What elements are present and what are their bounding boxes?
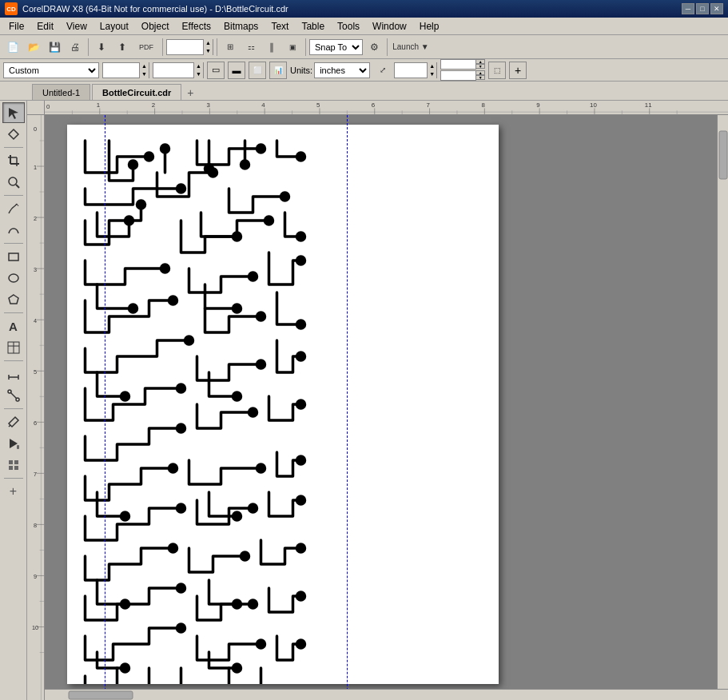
page-resize-button[interactable]: ⬜ [249, 62, 266, 79]
menu-edit[interactable]: Edit [31, 18, 59, 34]
svg-point-138 [205, 165, 213, 173]
rectangle-tool-button[interactable] [2, 246, 25, 267]
guidelines-button[interactable]: ∥ [262, 38, 281, 57]
svg-text:10: 10 [590, 102, 597, 109]
bleed-button[interactable]: 📊 [269, 62, 287, 79]
zoom-down-button[interactable]: ▼ [203, 47, 213, 55]
menu-file[interactable]: File [3, 18, 30, 34]
menu-help[interactable]: Help [414, 18, 445, 34]
svg-text:1: 1 [34, 164, 37, 171]
open-button[interactable]: 📂 [24, 38, 43, 57]
menu-text[interactable]: Text [265, 18, 294, 34]
add-tab-button[interactable]: + [183, 86, 197, 100]
svg-marker-11 [9, 295, 18, 304]
snap-toggle[interactable]: ⊞ [221, 38, 240, 57]
landscape-button[interactable]: ▬ [228, 62, 245, 79]
units-combo[interactable]: inches [314, 62, 370, 78]
snap-to-combo[interactable]: Snap To [309, 39, 363, 55]
ellipse-tool-button[interactable] [2, 268, 25, 288]
import-button[interactable]: ⬇ [92, 38, 111, 57]
zoom-input[interactable]: 75% [167, 40, 203, 54]
menu-bitmaps[interactable]: Bitmaps [218, 18, 264, 34]
menu-object[interactable]: Object [136, 18, 175, 34]
publish-pdf-button[interactable]: PDF [133, 38, 159, 57]
export-button[interactable]: ⬆ [113, 38, 132, 57]
tab-bottle-circuit[interactable]: BottleCircuit.cdr [92, 84, 181, 100]
svg-rect-9 [9, 253, 18, 261]
new-button[interactable]: 📄 [3, 38, 22, 57]
nudge-input[interactable]: 0.01 " [395, 63, 427, 78]
svg-text:4: 4 [34, 317, 37, 324]
svg-point-150 [121, 664, 129, 672]
snap-objects-button[interactable]: ▣ [283, 38, 302, 57]
select-tool-button[interactable] [2, 102, 25, 123]
svg-rect-27 [45, 101, 728, 114]
vertical-scrollbar[interactable] [717, 115, 728, 689]
offset2-down-button[interactable]: ▼ [476, 75, 485, 80]
width-up-button[interactable]: ▲ [139, 62, 149, 70]
offset1-input[interactable]: 0.25 " [440, 59, 476, 70]
offset1-down-button[interactable]: ▼ [476, 64, 485, 69]
svg-text:5: 5 [34, 368, 37, 376]
add-page-button[interactable]: + [509, 62, 527, 79]
menu-layout[interactable]: Layout [94, 18, 134, 34]
height-down-button[interactable]: ▼ [193, 70, 203, 78]
svg-point-119 [249, 408, 257, 416]
scale-button[interactable]: ⬚ [488, 62, 506, 79]
launch-button[interactable]: Launch ▼ [391, 38, 431, 57]
height-up-button[interactable]: ▲ [193, 62, 203, 70]
table-tool-button[interactable] [2, 337, 25, 358]
svg-point-127 [169, 544, 177, 552]
svg-point-128 [241, 552, 249, 560]
svg-point-125 [249, 504, 257, 512]
menu-table[interactable]: Table [296, 18, 330, 34]
print-button[interactable]: 🖨 [66, 38, 85, 57]
close-button[interactable]: ✕ [710, 3, 723, 14]
svg-point-135 [297, 640, 305, 648]
nudge-up-button[interactable]: ▲ [427, 62, 436, 70]
svg-point-100 [177, 185, 185, 193]
maximize-button[interactable]: □ [696, 3, 709, 14]
text-tool-button[interactable]: A [2, 316, 25, 336]
zoom-tool-button[interactable] [2, 172, 25, 193]
freehand-tool-button[interactable] [2, 198, 25, 219]
grid-button[interactable]: ⚏ [241, 38, 261, 57]
addpage-tool-button[interactable]: + [2, 481, 25, 502]
svg-point-10 [9, 274, 18, 282]
svg-rect-26 [14, 466, 18, 470]
crop-tool-button[interactable] [2, 150, 25, 171]
page-width-group: 7.0 " ▲ ▼ [102, 62, 149, 78]
width-down-button[interactable]: ▼ [139, 70, 149, 78]
nudge-down-button[interactable]: ▼ [427, 70, 436, 78]
connector-tool-button[interactable] [2, 385, 25, 406]
menu-tools[interactable]: Tools [332, 18, 365, 34]
save-button[interactable]: 💾 [45, 38, 64, 57]
portrait-button[interactable]: ▭ [207, 62, 225, 79]
menu-view[interactable]: View [61, 18, 93, 34]
page-height-input[interactable]: 8.858 " [153, 63, 193, 78]
node-tool-button[interactable] [2, 124, 25, 145]
polygon-tool-button[interactable] [2, 289, 25, 310]
title-text: CorelDRAW X8 (64-Bit Not for commercial … [22, 4, 677, 14]
dimension-tool-button[interactable] [2, 364, 25, 384]
svg-point-141 [233, 233, 241, 241]
canvas-area[interactable]: 0 1 2 3 4 5 6 7 8 9 10 [27, 101, 728, 700]
circuit-artwork [67, 125, 311, 684]
fill-tool-button[interactable] [2, 433, 25, 454]
svg-point-6 [9, 177, 17, 185]
page-preset-combo[interactable]: Custom [3, 62, 99, 78]
horizontal-scrollbar[interactable] [45, 689, 728, 700]
svg-text:1: 1 [97, 102, 100, 109]
dropper-tool-button[interactable] [2, 412, 25, 432]
menu-effects[interactable]: Effects [177, 18, 217, 34]
svg-text:4: 4 [261, 102, 265, 109]
tab-untitled[interactable]: Untitled-1 [32, 84, 90, 100]
page-width-input[interactable]: 7.0 " [103, 63, 139, 78]
settings-button[interactable]: ⚙ [364, 38, 384, 57]
minimize-button[interactable]: ─ [682, 3, 694, 14]
smartdraw-tool-button[interactable] [2, 220, 25, 241]
offset2-input[interactable]: 0.25 " [440, 70, 476, 81]
interactive-tool-button[interactable] [2, 455, 25, 475]
menu-window[interactable]: Window [367, 18, 412, 34]
zoom-up-button[interactable]: ▲ [203, 39, 213, 47]
